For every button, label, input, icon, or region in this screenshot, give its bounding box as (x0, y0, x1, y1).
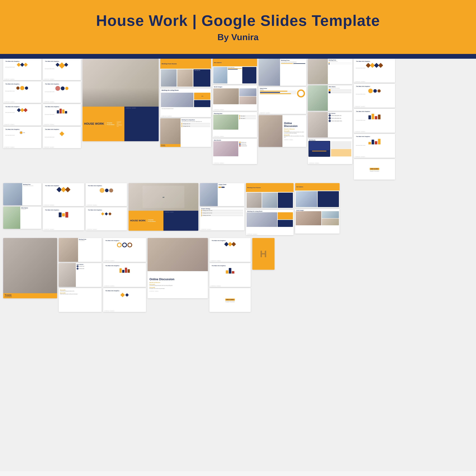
gear-orange (19, 131, 23, 134)
dot-red-1 (239, 145, 240, 146)
slide-mocking-up[interactable]: Mocking Up COMPANY NAMES (308, 139, 352, 164)
bottom-col-3: The Main Info Graphics COMPANY NAMES The… (86, 183, 127, 230)
b2-bar-3 (65, 212, 68, 218)
slide-info-7[interactable]: The Main Info Graphics Lorem ipsum dolor… (43, 104, 81, 125)
slide-info-extra-4[interactable]: The Main Info Graphics Lorem ipsum dolor… (354, 134, 395, 158)
at-badge-2: Review (221, 187, 224, 188)
b1-diamond-3 (65, 187, 70, 192)
slide-info-extra-2[interactable]: The Main Info Graphics Lorem ipsum dolor… (354, 84, 395, 108)
diamond-nav-2 (55, 63, 60, 67)
r3-diam-3 (232, 242, 236, 246)
booth-sub-2 (322, 219, 339, 225)
slide-main-service-b[interactable]: Main Service 001 Service one 002 Service… (59, 263, 102, 287)
extra-body-1: Lorem ipsum dolor sit amet (355, 67, 394, 69)
slide-wol-bottom[interactable]: Working On Living Room COMPANY NAMES (246, 210, 293, 235)
odl-text1: A successful working presentation online… (150, 285, 206, 286)
3b2-bar-4 (128, 269, 130, 273)
slide-info-8[interactable]: The Main Info Graphics Lorem ipsum dolor… (43, 127, 81, 148)
other-photo (308, 85, 328, 111)
bar-navy-1 (368, 115, 371, 119)
no-photo-1 (296, 191, 317, 207)
slide-working-from-1[interactable]: Working From Lorem ipsum dolor sit amet … (259, 59, 306, 86)
slide-working-on-living-room-1[interactable]: Working On Living Room ★★★ Lorem ipsum d… (160, 88, 211, 117)
slide-info-3b-1[interactable]: The Main Info Graphics COMPANY NAMES (103, 238, 146, 262)
slide-new-options[interactable]: New Options Option details here COMPANY … (213, 59, 257, 84)
slide-info-r3-1[interactable]: The Main Info Graphics COMPANY NAMES (209, 238, 251, 262)
slide-template-presentation[interactable]: Template Presentation Working On Living … (160, 118, 211, 147)
slide-info-3b-3[interactable]: The Main Info Graphics COMPANY NAMES (103, 288, 146, 312)
slide-other-names[interactable]: Other Names Lorem ipsum dolor sit amet c… (308, 85, 352, 111)
slide-main-info-b4[interactable]: The Main Info Graphics COMPANY NAMES (86, 207, 127, 230)
od-large-photo (148, 238, 208, 271)
slide-main-info-b3[interactable]: The Main Info Graphics COMPANY NAMES (86, 183, 127, 206)
strat-1: Strategy item one (182, 123, 210, 125)
wol-box-2 (278, 220, 293, 227)
slide-main-info-b1[interactable]: The Main Info Graphics COMPANY NAMES (43, 183, 84, 206)
slide-new-events[interactable]: New Events Event item one Event item two (213, 139, 257, 164)
slide-info-r3-2[interactable]: The Main Info Graphics COMPANY NAMES (209, 263, 251, 287)
slide-online-disc-large[interactable]: Online Discussion Result of Discuss Disc… (148, 238, 208, 298)
da-bar-1 (260, 91, 287, 92)
slide-wfh-bottom[interactable]: Working From Houses COMPANY NAMES (246, 183, 293, 208)
slides-row-1: The Main Info Graphics Lorem ipsum dolor… (3, 59, 473, 180)
slide-info-extra-3[interactable]: The Main Info Graphics Lorem ipsum dolor… (354, 109, 395, 133)
wf-desc: Lorem ipsum dolor sit amet consectetur t… (281, 62, 305, 63)
far-right-row3: The Main Info Graphics COMPANY NAMES The… (209, 238, 251, 312)
slide-end-r3[interactable]: END SLIDES Template Presentation (209, 288, 251, 312)
slide-booth-images[interactable]: Booth Images COMPANY NAMES (213, 85, 257, 111)
wfb1-photo (59, 238, 78, 262)
slide-cropped-h[interactable]: H (252, 238, 274, 270)
b4-hex-1 (101, 212, 104, 216)
slide-main-service[interactable]: Main Service 001 Service description one… (308, 112, 352, 137)
other-box-1 (329, 89, 330, 91)
slide-working-from-2[interactable]: Working From Lorem ipsum dolor sit amet … (308, 59, 352, 84)
info-graphics-column-1: The Main Info Graphics Lorem ipsum dolor… (3, 59, 41, 148)
slide-analyze-target[interactable]: Analyze Target Lorem ipsum dolor Target … (200, 183, 244, 206)
circle-red (55, 86, 60, 91)
slide-booth-bottom[interactable]: Booth Images (295, 209, 340, 234)
3b2-bar-2 (122, 270, 124, 273)
slide-other-names-2[interactable]: Other Names Lorem ipsum text (3, 206, 41, 229)
booth-photo-1 (213, 88, 239, 104)
discuss02-text: Description of this online case presenta… (284, 136, 305, 137)
slide-working-from-b1[interactable]: Working From Lorem ipsum dolor sit (59, 238, 102, 262)
discuss01-text: A successful working has taken presentat… (284, 132, 305, 134)
slide-info-4[interactable]: The Main Info Graphics ●●● Lorem ipsum d… (3, 127, 41, 148)
slide-daily-active[interactable]: Daily Active Active rate CO (259, 87, 306, 114)
slide-main-info-b2[interactable]: The Main Info Graphics COMPANY NAMES (43, 207, 84, 230)
slide-planning-now[interactable]: Planning Now Plan step 1 Plan step 2 COM… (213, 112, 257, 137)
slide-info-1[interactable]: The Main Info Graphics Lorem ipsum dolor… (3, 59, 41, 80)
slide-info-extra-1[interactable]: The Main Info Graphics Lorem ipsum dolor… (354, 59, 395, 83)
wol-photo (247, 212, 277, 227)
slide-info-3b-2[interactable]: The Main Info Graphics COMPANY NAMES (103, 263, 146, 287)
slide-large-photo[interactable]: Template Presentation (3, 238, 57, 298)
arrow-bar-red (60, 109, 62, 113)
slide-info-2[interactable]: The Main Info Graphics Lorem ipsum dolor… (3, 81, 41, 103)
slide-info-5[interactable]: The Main Info Graphics Lorem ipsum dolor… (43, 59, 81, 80)
wf2-line-1 (330, 63, 351, 63)
slide-working-from-3[interactable]: Working From Lorem ipsum dolor sit amet … (3, 183, 41, 205)
slide-info-3[interactable]: The Main Info Graphics Lorem ipsum dolor… (3, 104, 41, 125)
slide-online-discussion[interactable]: Online Discussion Result of Discuss Disc… (259, 115, 306, 147)
slide-hero-housework[interactable]: HOUSE WORK Template Presentation A succe… (83, 59, 159, 141)
slide-new-options-bottom[interactable]: New Options (295, 183, 340, 208)
slide-info-6[interactable]: The Main Info Graphics Lorem ipsum dolor… (43, 81, 81, 103)
dot-orange-1 (239, 142, 240, 143)
circle-navy-2 (61, 86, 65, 90)
bottom-col-1: Working From Lorem ipsum dolor sit amet … (3, 183, 41, 229)
slide-hero-housework-2[interactable]: 📷 HOUSE WORK Template Presentation COMPA… (129, 183, 198, 231)
slide-discuss-b[interactable]: Discuss01 A successful working presentat… (59, 288, 102, 312)
photo-living-1 (161, 93, 193, 107)
main-title: House Work | Google Slides Template (96, 12, 380, 29)
slide-working-from-houses-1[interactable]: Working From Houses Lorem ipsum text COM… (160, 59, 211, 87)
msb-text-1: Service one (79, 266, 84, 267)
slide-prepare-strategy[interactable]: Prepare Strategy Strategy point one here… (200, 207, 244, 230)
strategy-col: Analyze Target Lorem ipsum dolor Target … (200, 183, 244, 230)
options-bar-2 (228, 69, 238, 69)
circle-orange-2 (65, 87, 68, 90)
options-text: Option details here (228, 67, 242, 68)
slide-end[interactable]: END SLIDES Template Presentation (354, 159, 395, 180)
3b3-hex-1 (120, 293, 125, 297)
wf-photo (259, 59, 280, 86)
da-label: Active rate (260, 89, 296, 90)
